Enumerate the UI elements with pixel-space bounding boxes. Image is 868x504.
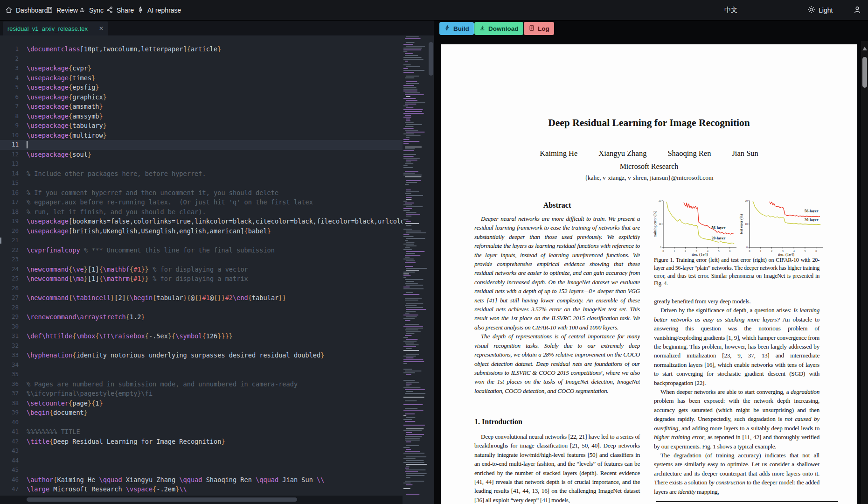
code-line-13: 13 bbox=[0, 159, 403, 169]
code-line-27: 27\newcommand{\tabincell}[2]{\begin{tabu… bbox=[0, 293, 403, 303]
log-button[interactable]: Log bbox=[524, 22, 554, 35]
error-curve-chart: 01234560102056-layer20-layertraining err… bbox=[653, 198, 739, 257]
intro-heading: 1. Introduction bbox=[474, 418, 640, 426]
nav-item-label: Share bbox=[117, 7, 134, 14]
editor-vertical-scrollbar[interactable] bbox=[428, 35, 434, 497]
body-paragraph: The degradation (of training accuracy) i… bbox=[654, 451, 819, 496]
author-name: Kaiming He bbox=[540, 149, 577, 158]
code-line-47: 47\large Microsoft Research \vspace{-.2e… bbox=[0, 484, 403, 494]
download-button[interactable]: Download bbox=[474, 22, 523, 35]
code-line-38: 38\setcounter{page}{1} bbox=[0, 399, 403, 408]
abstract-paragraph: The depth of representations is of centr… bbox=[474, 332, 640, 395]
editor-horizontal-scrollbar[interactable] bbox=[0, 496, 403, 504]
code-line-35: 35 bbox=[0, 370, 403, 379]
nav-item-dashboard[interactable]: Dashboard bbox=[5, 0, 48, 21]
code-line-10: 10\usepackage{multirow} bbox=[0, 131, 403, 140]
code-line-34: 34 bbox=[0, 360, 403, 370]
svg-text:2: 2 bbox=[685, 250, 686, 252]
nav-item-review[interactable]: Review bbox=[46, 0, 78, 21]
code-line-6: 6\usepackage{graphicx} bbox=[0, 92, 403, 102]
svg-text:56-layer: 56-layer bbox=[805, 209, 819, 213]
pdf-toolbar: Build Download Log bbox=[434, 21, 868, 41]
nav-item-share[interactable]: Share bbox=[106, 0, 134, 21]
build-button[interactable]: Build bbox=[439, 22, 474, 35]
code-line-46: 46\author{Kaiming He \qquad Xiangyu Zhan… bbox=[0, 475, 403, 485]
code-line-11: 11 bbox=[0, 140, 403, 150]
code-line-24: 24\newcommand{\ve}[1]{\mathbf{#1}} % for… bbox=[0, 265, 403, 274]
code-line-37: 37%\ifcvprfinal\pagestyle{empty}\fi bbox=[0, 389, 403, 399]
code-line-23: 23 bbox=[0, 255, 403, 265]
svg-text:20: 20 bbox=[745, 199, 748, 202]
code-line-19: 19\usepackage[bookmarks=false,colorlinks… bbox=[0, 217, 403, 226]
scroll-up-arrow[interactable] bbox=[862, 47, 867, 50]
author-name: Xiangyu Zhang bbox=[598, 149, 646, 158]
nav-item-ai-rephrase[interactable]: AI rephrase bbox=[137, 0, 181, 21]
code-lines: 1\documentclass[10pt,twocolumn,letterpap… bbox=[0, 44, 403, 504]
abstract-paragraph: Deeper neural networks are more difficul… bbox=[474, 214, 640, 332]
code-line-8: 8\usepackage{amssymb} bbox=[0, 112, 403, 121]
editor-hscroll-thumb[interactable] bbox=[27, 497, 297, 502]
body-paragraph: Driven by the significance of depth, a q… bbox=[654, 306, 819, 387]
svg-text:0: 0 bbox=[746, 246, 748, 249]
theme-toggle[interactable]: Light bbox=[807, 0, 833, 21]
code-line-26: 26 bbox=[0, 284, 403, 294]
editor-vscroll-thumb[interactable] bbox=[429, 42, 433, 76]
author-name: Shaoqing Ren bbox=[667, 149, 711, 158]
code-line-44: 44 bbox=[0, 456, 403, 466]
svg-text:10: 10 bbox=[745, 223, 748, 225]
code-line-25: 25\newcommand{\ma}[1]{\mathrm{#1}} % for… bbox=[0, 274, 403, 284]
code-line-21: 21 bbox=[0, 236, 403, 245]
nav-item-label: Sync bbox=[89, 7, 104, 14]
svg-text:20-layer: 20-layer bbox=[711, 236, 725, 240]
svg-text:5: 5 bbox=[804, 250, 806, 252]
abstract-text: Deeper neural networks are more difficul… bbox=[474, 214, 640, 395]
svg-text:0: 0 bbox=[663, 250, 664, 252]
download-icon bbox=[479, 25, 486, 33]
sun-icon bbox=[807, 6, 815, 15]
editor-tab-active[interactable]: residual_v1_arxiv_release.tex ✕ bbox=[3, 21, 108, 35]
introduction-section: 1. Introduction Deep convolutional neura… bbox=[474, 418, 640, 504]
language-toggle[interactable]: 中文 bbox=[724, 0, 737, 21]
pdf-viewport[interactable]: Deep Residual Learning for Image Recogni… bbox=[434, 41, 868, 504]
figure1-charts: 01234560102056-layer20-layertraining err… bbox=[653, 198, 826, 257]
code-line-30: 30 bbox=[0, 322, 403, 332]
paper-email: {kahe, v-xiangz, v-shren, jiansun}@micro… bbox=[441, 174, 857, 182]
code-line-42: 42\title{Deep Residual Learning for Imag… bbox=[0, 437, 403, 447]
editor-pane: residual_v1_arxiv_release.tex ✕ 1\docume… bbox=[0, 21, 434, 504]
body-paragraph: greatly benefited from very deep models. bbox=[654, 297, 819, 306]
code-line-32: 32 bbox=[0, 341, 403, 351]
code-editor[interactable]: 1\documentclass[10pt,twocolumn,letterpap… bbox=[0, 35, 434, 504]
review-icon bbox=[46, 6, 53, 15]
figure1-caption: Figure 1. Training error (left) and test… bbox=[654, 256, 819, 287]
nav-item-sync[interactable]: Sync bbox=[78, 0, 104, 21]
paper-affiliation: Microsoft Research bbox=[441, 162, 857, 171]
code-line-14: 14% Include other packages here, before … bbox=[0, 169, 403, 179]
code-line-22: 22\cvprfinalcopy % *** Uncomment this li… bbox=[0, 245, 403, 255]
log-icon bbox=[528, 25, 535, 33]
language-label: 中文 bbox=[724, 6, 737, 14]
svg-text:20-layer: 20-layer bbox=[805, 217, 819, 222]
svg-text:20: 20 bbox=[659, 199, 661, 202]
tab-close-icon[interactable]: ✕ bbox=[95, 25, 104, 32]
lightning-icon bbox=[444, 25, 451, 33]
svg-text:0: 0 bbox=[749, 250, 750, 252]
code-line-28: 28 bbox=[0, 303, 403, 313]
svg-text:6: 6 bbox=[815, 250, 817, 252]
svg-text:1: 1 bbox=[760, 250, 761, 252]
code-line-18: 18% run, let it finish, and you should b… bbox=[0, 207, 403, 217]
sync-icon bbox=[78, 6, 86, 15]
code-line-5: 5\usepackage{epsfig} bbox=[0, 83, 403, 92]
svg-text:2: 2 bbox=[771, 250, 772, 252]
home-icon bbox=[5, 6, 13, 15]
code-line-40: 40 bbox=[0, 418, 403, 427]
abstract-heading: Abstract bbox=[474, 201, 640, 210]
body-paragraph: When deeper networks are able to start c… bbox=[654, 387, 819, 451]
pdf-scroll-thumb[interactable] bbox=[862, 57, 867, 88]
svg-text:test error (%): test error (%) bbox=[739, 214, 743, 234]
code-line-9: 9\usepackage{tabulary} bbox=[0, 121, 403, 131]
minimap[interactable] bbox=[403, 35, 427, 497]
code-line-43: 43 bbox=[0, 446, 403, 456]
pdf-scrollbar[interactable] bbox=[861, 41, 868, 504]
account-button[interactable] bbox=[853, 0, 861, 21]
share-icon bbox=[106, 6, 113, 15]
